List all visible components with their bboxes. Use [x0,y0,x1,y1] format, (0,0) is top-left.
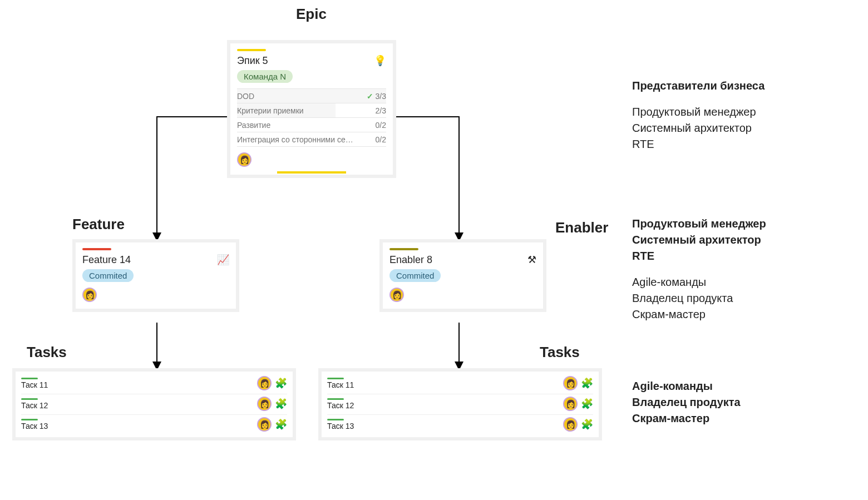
tasks-right-list: Таск 11 🧩 Таск 12 🧩 Таск 13 🧩 [318,368,602,440]
task-row[interactable]: Таск 11 🧩 [21,374,287,394]
avatar[interactable] [563,397,578,411]
feature-title: Feature 14 [82,254,131,266]
enabler-accent [389,248,418,250]
epic-progress-row[interactable]: Развитие 0/2 [237,118,386,132]
avatar[interactable] [257,417,272,432]
epic-progress-row[interactable]: Критерии приемки 2/3 [237,103,386,118]
check-icon: ✓ [367,92,373,101]
puzzle-icon: 🧩 [275,398,287,410]
epic-team-tag[interactable]: Команда N [237,70,293,83]
roles-epic: Представители бизнеса Продуктовый менедж… [632,78,844,152]
enabler-heading: Enabler [555,219,608,236]
avatar[interactable] [389,288,404,302]
epic-card[interactable]: Эпик 5 💡 Команда N DOD ✓3/3 Критерии при… [227,40,396,178]
roles-feature: Продуктовый менеджер Системный архитекто… [632,216,844,323]
avatar[interactable] [257,376,272,390]
feature-card[interactable]: Feature 14 📈 Commited [72,239,239,312]
puzzle-icon: 🧩 [275,377,287,389]
enabler-card[interactable]: Enabler 8 ⚒ Commited [379,239,546,312]
tasks-left-list: Таск 11 🧩 Таск 12 🧩 Таск 13 🧩 [12,368,296,440]
tools-icon: ⚒ [527,254,536,266]
puzzle-icon: 🧩 [275,418,287,430]
epic-accent [237,49,266,51]
epic-progress-row[interactable]: Интеграция со сторонними серви… 0/2 [237,132,386,147]
feature-heading: Feature [72,216,125,233]
puzzle-icon: 🧩 [581,418,593,430]
avatar[interactable] [82,288,97,302]
task-row[interactable]: Таск 11 🧩 [327,374,593,394]
tasks-left-heading: Tasks [27,344,67,361]
epic-progress-list: DOD ✓3/3 Критерии приемки 2/3 Развитие 0… [237,88,386,147]
task-row[interactable]: Таск 12 🧩 [21,394,287,415]
avatar[interactable] [563,417,578,432]
task-row[interactable]: Таск 12 🧩 [327,394,593,415]
tasks-right-heading: Tasks [540,344,580,361]
enabler-status-tag[interactable]: Commited [389,269,441,282]
avatar[interactable] [237,152,251,167]
puzzle-icon: 🧩 [581,398,593,410]
feature-status-tag[interactable]: Commited [82,269,134,282]
chart-up-icon: 📈 [217,254,229,266]
enabler-title: Enabler 8 [389,254,432,266]
task-row[interactable]: Таск 13 🧩 [327,415,593,435]
avatar[interactable] [563,376,578,390]
epic-progress-row[interactable]: DOD ✓3/3 [237,89,386,103]
task-row[interactable]: Таск 13 🧩 [21,415,287,435]
epic-title: Эпик 5 [237,55,268,67]
epic-heading: Epic [296,6,327,23]
epic-bottom-accent [277,171,346,174]
avatar[interactable] [257,397,272,411]
lightbulb-icon: 💡 [374,55,386,67]
roles-tasks: Agile-команды Владелец продукта Скрам-ма… [632,378,844,427]
puzzle-icon: 🧩 [581,377,593,389]
feature-accent [82,248,111,250]
